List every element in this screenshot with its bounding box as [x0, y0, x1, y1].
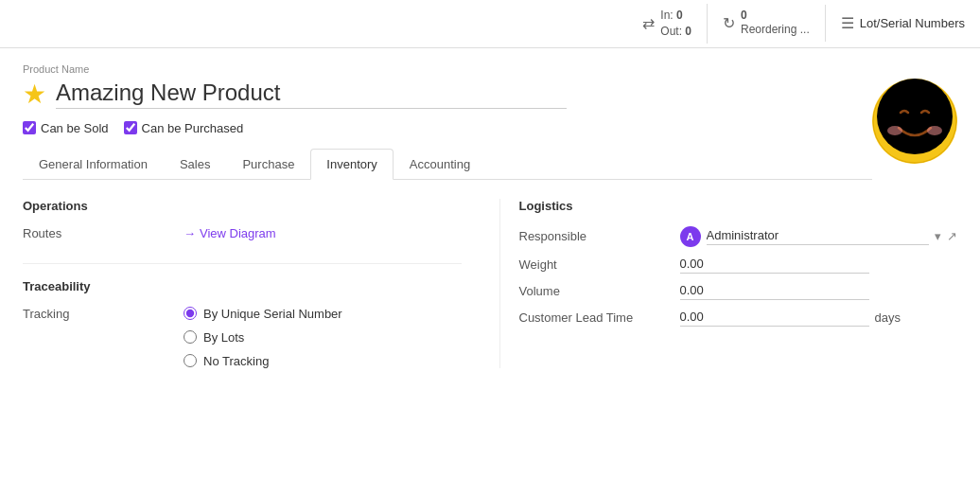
responsible-select-row: A Administrator ▾ ↗	[680, 226, 958, 247]
tab-inventory[interactable]: Inventory	[310, 149, 393, 180]
transfer-icon: ⇄	[642, 14, 655, 32]
volume-row: Volume	[519, 283, 958, 300]
in-out-group[interactable]: ⇄ In: 0 Out: 0	[627, 4, 708, 44]
tab-sales[interactable]: Sales	[164, 149, 227, 179]
can-be-sold-checkbox[interactable]: Can be Sold	[23, 121, 109, 135]
view-diagram-link[interactable]: →View Diagram	[184, 226, 276, 240]
logistics-title: Logistics	[519, 199, 958, 213]
product-image[interactable]	[872, 79, 957, 164]
reordering-label: Reordering ...	[741, 22, 810, 38]
weight-value	[680, 257, 958, 274]
volume-input[interactable]	[680, 283, 869, 300]
external-link-icon[interactable]: ↗	[947, 229, 957, 243]
can-be-sold-label: Can be Sold	[41, 121, 109, 135]
tracking-none-label: No Tracking	[203, 354, 269, 368]
can-be-purchased-checkbox[interactable]: Can be Purchased	[124, 121, 244, 135]
volume-value	[680, 283, 958, 300]
checkboxes-row: Can be Sold Can be Purchased	[23, 121, 872, 135]
reordering-lines: 0 Reordering ...	[741, 9, 810, 38]
lead-time-label: Customer Lead Time	[519, 310, 680, 325]
favorite-star-icon[interactable]: ★	[23, 79, 46, 110]
in-line: In: 0	[660, 8, 691, 24]
main-content: Product Name ★ Can be Sold Can be Purcha…	[0, 48, 980, 402]
product-name-row: ★	[23, 79, 872, 110]
svg-point-3	[927, 126, 942, 135]
lead-time-suffix: days	[875, 310, 901, 325]
weight-label: Weight	[519, 257, 680, 272]
lot-serial-group[interactable]: ☰ Lot/Serial Numbers	[826, 10, 980, 36]
tracking-serial-radio[interactable]	[184, 307, 197, 320]
responsible-label: Responsible	[519, 229, 680, 243]
routes-label: Routes	[23, 226, 184, 240]
tracking-none-option[interactable]: No Tracking	[184, 354, 342, 368]
out-line: Out: 0	[660, 24, 691, 40]
product-name-input[interactable]	[56, 80, 567, 109]
traceability-title: Traceability	[23, 279, 462, 293]
responsible-actions: ▾ ↗	[935, 229, 957, 243]
product-header: ★ Can be Sold Can be Purchased General I…	[23, 79, 957, 180]
can-be-sold-input[interactable]	[23, 121, 36, 134]
tracking-serial-option[interactable]: By Unique Serial Number	[184, 307, 342, 321]
tracking-lots-option[interactable]: By Lots	[184, 330, 342, 345]
traceability-section: Traceability Tracking By Unique Serial N…	[23, 263, 462, 368]
arrow-right-icon: →	[184, 226, 196, 240]
product-name-area: ★ Can be Sold Can be Purchased General I…	[23, 79, 872, 180]
weight-row: Weight	[519, 257, 958, 274]
tracking-serial-label: By Unique Serial Number	[203, 307, 342, 321]
product-emoji-svg	[872, 79, 957, 164]
tracking-lots-label: By Lots	[203, 330, 244, 345]
inventory-tab-content: Operations Routes →View Diagram Traceabi…	[23, 180, 957, 387]
can-be-purchased-label: Can be Purchased	[142, 121, 244, 135]
product-name-label: Product Name	[23, 63, 957, 75]
lead-time-input-group: days	[680, 310, 958, 327]
tracking-row: Tracking By Unique Serial Number By Lots	[23, 307, 462, 368]
tracking-none-radio[interactable]	[184, 354, 197, 367]
tracking-lots-radio[interactable]	[184, 330, 197, 344]
responsible-select[interactable]: Administrator	[707, 228, 930, 245]
lead-time-value: days	[680, 310, 958, 327]
tab-purchase[interactable]: Purchase	[226, 149, 310, 179]
tracking-options: By Unique Serial Number By Lots No Track…	[184, 307, 342, 368]
volume-label: Volume	[519, 284, 680, 298]
lead-time-row: Customer Lead Time days	[519, 310, 958, 327]
tab-general-information[interactable]: General Information	[23, 149, 164, 179]
tracking-label: Tracking	[23, 307, 184, 321]
routes-row: Routes →View Diagram	[23, 226, 462, 240]
menu-icon: ☰	[841, 14, 854, 32]
lot-serial-label: Lot/Serial Numbers	[860, 16, 965, 30]
reordering-group[interactable]: ↻ 0 Reordering ...	[708, 5, 826, 42]
operations-section: Operations Routes →View Diagram Traceabi…	[23, 199, 499, 368]
operations-title: Operations	[23, 199, 462, 213]
tabs-row: General Information Sales Purchase Inven…	[23, 149, 872, 180]
weight-input[interactable]	[680, 257, 869, 274]
dropdown-chevron-icon[interactable]: ▾	[935, 229, 941, 243]
responsible-value: A Administrator ▾ ↗	[680, 226, 958, 247]
top-bar: ⇄ In: 0 Out: 0 ↻ 0 Reordering ... ☰ Lot/…	[0, 0, 980, 48]
svg-point-1	[877, 79, 953, 154]
can-be-purchased-input[interactable]	[124, 121, 137, 134]
reordering-value: 0	[741, 9, 810, 22]
logistics-section: Logistics Responsible A Administrator ▾ …	[499, 199, 958, 368]
in-out-lines: In: 0 Out: 0	[660, 8, 691, 40]
responsible-row: Responsible A Administrator ▾ ↗	[519, 226, 958, 247]
lead-time-input[interactable]	[680, 310, 869, 327]
tab-accounting[interactable]: Accounting	[394, 149, 486, 179]
svg-point-2	[887, 126, 902, 135]
section-divider	[23, 263, 462, 264]
reorder-icon: ↻	[723, 14, 735, 32]
routes-value: →View Diagram	[184, 226, 462, 240]
responsible-avatar: A	[680, 226, 701, 247]
